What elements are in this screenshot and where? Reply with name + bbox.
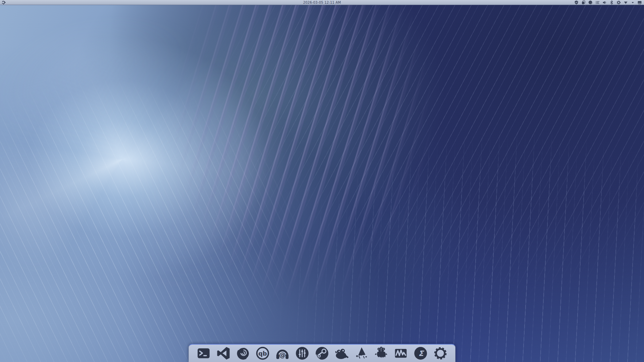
playlist-lines-icon[interactable] [595,0,600,5]
gear-icon[interactable] [616,0,621,5]
swirl-browser-icon[interactable] [235,346,251,361]
update-badge-icon[interactable] [588,0,593,5]
svg-text:qb: qb [259,350,267,357]
steam-icon[interactable] [314,346,330,361]
bluetooth-icon[interactable] [609,0,614,5]
gimp-icon[interactable] [334,346,350,361]
clock[interactable]: 2026-03-05 12:11 AM [0,0,644,5]
shield-check-icon[interactable] [574,0,579,5]
dock: qb @ [189,344,455,362]
audacious-icon[interactable]: @ [275,346,290,361]
desktop: 2026-03-05 12:11 AM [0,0,644,362]
vscode-icon[interactable] [216,346,231,361]
network-triangle-icon[interactable] [623,0,628,5]
wallpaper [0,0,644,362]
inkscape-icon[interactable] [354,346,369,361]
top-panel: 2026-03-05 12:11 AM [0,0,644,5]
terminal-icon[interactable] [196,346,211,361]
sigma-app-icon[interactable]: Σ [413,346,428,361]
qbittorrent-icon[interactable]: qb [255,346,270,361]
berries-creature-icon[interactable] [373,346,389,361]
gear-settings-icon[interactable] [433,346,448,361]
display-icon[interactable] [637,0,642,5]
chevron-down-icon[interactable] [630,0,635,5]
clipboard-icon[interactable] [581,0,586,5]
volume-icon[interactable] [602,0,607,5]
volume-mixer-icon[interactable] [294,346,310,361]
waveform-monitor-icon[interactable] [393,346,409,361]
svg-text:@: @ [279,351,286,359]
system-tray [574,0,642,5]
